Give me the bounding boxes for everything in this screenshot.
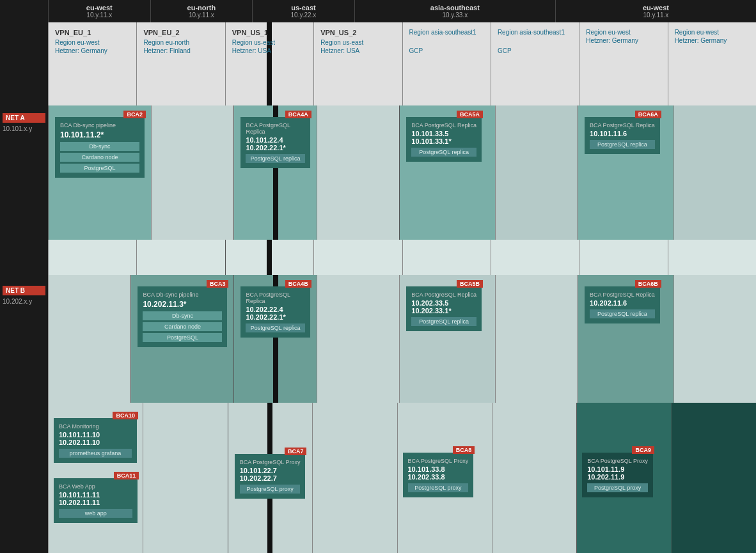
pg-replica-6a-btn[interactable]: PostgreSQL replica (590, 140, 655, 149)
net-a-eu-north (151, 105, 233, 240)
bottom-eu-west: BCA10 BCA Monitoring 10.101.11.10 10.202… (48, 403, 143, 553)
pg-replica-5a-btn[interactable]: PostgreSQL replica (411, 148, 476, 157)
dbsync-btn[interactable]: Db-sync (60, 142, 139, 151)
net-b-asia-2 (495, 275, 578, 403)
bca4a-badge: BCA4A (285, 111, 311, 118)
webapp-btn[interactable]: web app (59, 509, 132, 518)
pg-replica-5b-btn[interactable]: PostgreSQL replica (411, 317, 476, 326)
bca2-badge: BCA2 (123, 111, 146, 118)
bottom-asia-1: BCA8 BCA PostgreSQL Proxy 10.101.33.8 10… (397, 403, 492, 553)
vpn-eu-1-cell: VPN_EU_1 Region eu-west Hetzner: Germany (48, 22, 136, 105)
header-eu-west-2: eu-west 10.y.11.x (555, 0, 756, 22)
net-b-eu-west (48, 275, 130, 403)
net-a-eu-west: BCA2 BCA Db-sync pipeline 10.101.11.2* D… (48, 105, 151, 240)
dbsync-b-btn[interactable]: Db-sync (143, 311, 222, 320)
postgresql-btn[interactable]: PostgreSQL (60, 164, 139, 173)
net-a-label: NET A 10.101.x.y (0, 105, 48, 240)
net-b-eu-last-2 (673, 275, 756, 403)
net-a-asia-2 (495, 105, 578, 240)
pg-replica-4b-btn[interactable]: PostgreSQL replica (246, 323, 304, 332)
pg-proxy-9-btn[interactable]: PostgreSQL proxy (587, 483, 648, 492)
bca6a-badge: BCA6A (635, 111, 661, 118)
bca3-badge: BCA3 (207, 280, 229, 288)
vpn-asia-1-cell: Region asia-southeast1 GCP (402, 22, 491, 105)
net-a-eu-last-2 (673, 105, 756, 240)
bca4b-badge: BCA4B (285, 280, 311, 288)
net-a-eu-last-1: BCA6A BCA PostgreSQL Replica 10.101.11.6… (578, 105, 673, 240)
bottom-us-east-2 (312, 403, 397, 553)
pg-replica-4a-btn[interactable]: PostgreSQL replica (246, 154, 304, 163)
bottom-asia-2 (492, 403, 576, 553)
header-us-east: us-east 10.y.22.x (252, 0, 354, 22)
net-b-label: NET B 10.202.x.y (0, 278, 48, 406)
cardano-btn[interactable]: Cardano node (60, 153, 139, 162)
net-b-eu-last-1: BCA6B BCA PostgreSQL Replica 10.202.11.6… (578, 275, 673, 403)
net-a-us-east: BCA4A BCA PostgreSQL Replica 10.101.22.4… (233, 105, 316, 240)
bottom-eu-last-1: BCA9 BCA PostgreSQL Proxy 10.101.11.9 10… (576, 403, 671, 553)
bca9-badge: BCA9 (632, 446, 654, 454)
vpn-eu-west-6-cell: Region eu-west Hetzner: Germany (668, 22, 756, 105)
bottom-eu-last-2 (672, 403, 756, 553)
cardano-b-btn[interactable]: Cardano node (143, 322, 222, 331)
bottom-us-east: BCA7 BCA PostgreSQL Proxy 10.101.22.7 10… (228, 403, 312, 553)
net-b-eu-north: BCA3 BCA Db-sync pipeline 10.202.11.3* D… (130, 275, 233, 403)
bca11-badge: BCA11 (114, 472, 139, 479)
vpn-asia-2-cell: Region asia-southeast1 GCP (491, 22, 579, 105)
pg-proxy-8-btn[interactable]: PostgreSQL proxy (408, 483, 469, 492)
net-b-us-east: BCA4B BCA PostgreSQL Replica 10.202.22.4… (233, 275, 316, 403)
net-b-asia-1: BCA5B BCA PostgreSQL Replica 10.202.33.5… (399, 275, 494, 403)
bottom-eu-north (143, 403, 227, 553)
bca8-badge: BCA8 (453, 446, 475, 454)
bca5b-badge: BCA5B (457, 280, 483, 288)
postgresql-b-btn[interactable]: PostgreSQL (143, 333, 222, 342)
vpn-eu-2-cell: VPN_EU_2 Region eu-north Hetzner: Finlan… (136, 22, 224, 105)
bca6b-badge: BCA6B (635, 280, 661, 288)
vpn-us-1-cell: VPN_US_1 Region us-east Hetzner: USA (225, 22, 313, 105)
header-asia-southeast: asia-southeast 10.y.33.x (354, 0, 555, 22)
bca5a-badge: BCA5A (457, 111, 483, 118)
pg-proxy-7-btn[interactable]: PostgreSQL proxy (240, 485, 301, 494)
bca10-badge: BCA10 (113, 412, 138, 419)
header-eu-north: eu-north 10.y.11.x (150, 0, 253, 22)
vpn-us-2-cell: VPN_US_2 Region us-east Hetzner: USA (313, 22, 402, 105)
vpn-eu-west-5-cell: Region eu-west Hetzner: Germany (579, 22, 667, 105)
bca7-badge: BCA7 (285, 448, 307, 455)
pg-replica-6b-btn[interactable]: PostgreSQL replica (590, 309, 655, 318)
net-a-asia-1: BCA5A BCA PostgreSQL Replica 10.101.33.5… (399, 105, 494, 240)
header-eu-west: eu-west 10.y.11.x (48, 0, 150, 22)
net-b-us-east-2 (317, 275, 399, 403)
prometheus-btn[interactable]: prometheus grafana (59, 449, 132, 458)
net-a-us-east-2 (317, 105, 399, 240)
